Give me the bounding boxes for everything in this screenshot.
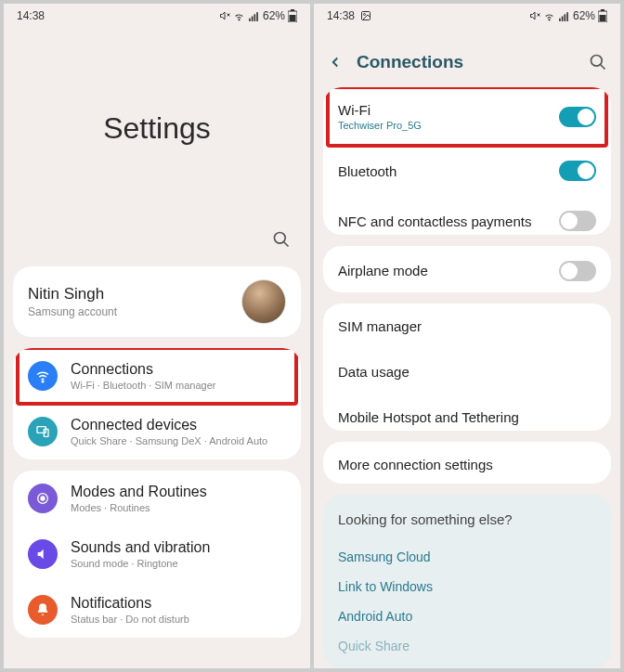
svg-point-10 <box>275 233 286 244</box>
status-indicators: 62% <box>529 9 607 22</box>
setting-connections[interactable]: Connections Wi-Fi · Bluetooth · SIM mana… <box>13 348 301 404</box>
bluetooth-toggle[interactable] <box>559 161 596 181</box>
setting-title: Notifications <box>71 595 286 612</box>
search-button[interactable] <box>271 229 292 250</box>
svg-rect-4 <box>252 16 254 20</box>
battery-percent: 62% <box>263 9 285 22</box>
conn-nfc[interactable]: NFC and contactless payments <box>323 196 611 235</box>
wifi-toggle[interactable] <box>559 107 596 127</box>
status-time: 14:38 <box>17 9 45 22</box>
settings-group-1: Connections Wi-Fi · Bluetooth · SIM mana… <box>13 348 301 459</box>
conn-wifi[interactable]: Wi-Fi Techwiser Pro_5G <box>323 87 611 146</box>
svg-rect-23 <box>562 16 564 20</box>
signal-icon <box>248 10 260 22</box>
conn-data-usage[interactable]: Data usage <box>323 349 611 394</box>
screenshot-icon <box>360 10 371 21</box>
svg-point-21 <box>549 19 550 19</box>
page-title: Settings <box>4 28 310 229</box>
svg-rect-6 <box>256 12 258 21</box>
setting-notifications[interactable]: Notifications Status bar · Do not distur… <box>13 582 301 638</box>
account-sub: Samsung account <box>28 305 117 318</box>
wifi-icon <box>543 10 555 22</box>
battery-icon <box>288 9 297 22</box>
svg-point-29 <box>592 56 603 67</box>
suggestions-block: Looking for something else? Samsung Clou… <box>323 495 611 668</box>
header-title: Connections <box>357 52 578 72</box>
svg-point-12 <box>42 381 44 382</box>
header: Connections <box>314 28 620 87</box>
nfc-toggle[interactable] <box>559 211 596 231</box>
setting-modes-routines[interactable]: Modes and Routines Modes · Routines <box>13 471 301 526</box>
sound-icon <box>28 539 58 569</box>
setting-sub: Quick Share · Samsung DeX · Android Auto <box>71 435 286 446</box>
svg-point-16 <box>41 497 45 500</box>
svg-rect-8 <box>291 9 294 11</box>
setting-sub: Sound mode · Ringtone <box>71 558 286 569</box>
svg-rect-22 <box>559 18 561 20</box>
conn-title: NFC and contactless payments <box>338 213 531 229</box>
wifi-icon <box>28 361 58 391</box>
setting-sub: Wi-Fi · Bluetooth · SIM manager <box>71 380 286 391</box>
suggest-link-link-to-windows[interactable]: Link to Windows <box>338 572 596 601</box>
setting-sounds[interactable]: Sounds and vibration Sound mode · Ringto… <box>13 526 301 582</box>
samsung-account-card[interactable]: Nitin Singh Samsung account <box>13 266 301 337</box>
connections-screen: 14:38 62% Connections Wi-Fi Techwiser Pr… <box>314 4 620 668</box>
svg-rect-27 <box>601 9 604 11</box>
wifi-icon <box>233 10 245 22</box>
suggest-link-quick-share[interactable]: Quick Share <box>338 631 596 661</box>
conn-title: Airplane mode <box>338 263 428 278</box>
status-indicators: 62% <box>219 9 297 22</box>
suggest-link-samsung-cloud[interactable]: Samsung Cloud <box>338 542 596 572</box>
svg-line-11 <box>284 242 289 247</box>
setting-connected-devices[interactable]: Connected devices Quick Share · Samsung … <box>13 404 301 459</box>
svg-line-30 <box>601 65 605 70</box>
status-time: 14:38 <box>327 9 355 22</box>
setting-title: Sounds and vibration <box>71 539 286 556</box>
conn-title: Bluetooth <box>338 163 396 179</box>
avatar[interactable] <box>241 279 286 324</box>
setting-title: Modes and Routines <box>71 484 286 500</box>
battery-icon <box>598 9 607 22</box>
status-bar: 14:38 62% <box>314 4 620 28</box>
conn-title: Mobile Hotspot and Tethering <box>338 409 519 425</box>
conn-group-1: Wi-Fi Techwiser Pro_5G Bluetooth NFC and… <box>323 87 611 235</box>
setting-sub: Status bar · Do not disturb <box>71 614 286 625</box>
conn-title: More connection settings <box>338 457 493 472</box>
suggest-link-android-auto[interactable]: Android Auto <box>338 601 596 631</box>
conn-title: SIM manager <box>338 318 422 334</box>
mute-icon <box>529 10 540 21</box>
svg-rect-24 <box>564 14 566 21</box>
search-button[interactable] <box>589 53 607 71</box>
conn-group-4: More connection settings <box>323 442 611 485</box>
airplane-toggle[interactable] <box>559 261 596 281</box>
setting-sub: Modes · Routines <box>71 502 286 513</box>
modes-icon <box>28 484 58 513</box>
back-button[interactable] <box>327 53 345 71</box>
account-name: Nitin Singh <box>28 285 117 304</box>
svg-rect-9 <box>290 15 296 21</box>
svg-rect-5 <box>254 14 255 21</box>
bell-icon <box>28 595 58 625</box>
battery-percent: 62% <box>573 9 595 22</box>
conn-airplane[interactable]: Airplane mode <box>323 246 611 292</box>
conn-sim[interactable]: SIM manager <box>323 304 611 349</box>
settings-group-2: Modes and Routines Modes · Routines Soun… <box>13 471 301 638</box>
setting-title: Connections <box>71 361 286 378</box>
signal-icon <box>558 10 570 22</box>
conn-title: Wi-Fi <box>338 102 422 118</box>
svg-rect-3 <box>249 18 251 20</box>
svg-rect-28 <box>600 15 606 21</box>
status-bar: 14:38 62% <box>4 4 310 28</box>
conn-hotspot[interactable]: Mobile Hotspot and Tethering <box>323 394 611 431</box>
settings-screen: 14:38 62% Settings Nitin Singh Samsung a… <box>4 4 310 668</box>
conn-bluetooth[interactable]: Bluetooth <box>323 146 611 196</box>
conn-sub: Techwiser Pro_5G <box>338 120 422 131</box>
mute-icon <box>219 10 230 21</box>
conn-group-2: Airplane mode <box>323 246 611 292</box>
svg-point-18 <box>364 14 366 16</box>
suggestions-title: Looking for something else? <box>338 511 596 527</box>
conn-more-settings[interactable]: More connection settings <box>323 442 611 485</box>
conn-group-3: SIM manager Data usage Mobile Hotspot an… <box>323 304 611 431</box>
conn-title: Data usage <box>338 364 410 380</box>
devices-icon <box>28 417 58 446</box>
